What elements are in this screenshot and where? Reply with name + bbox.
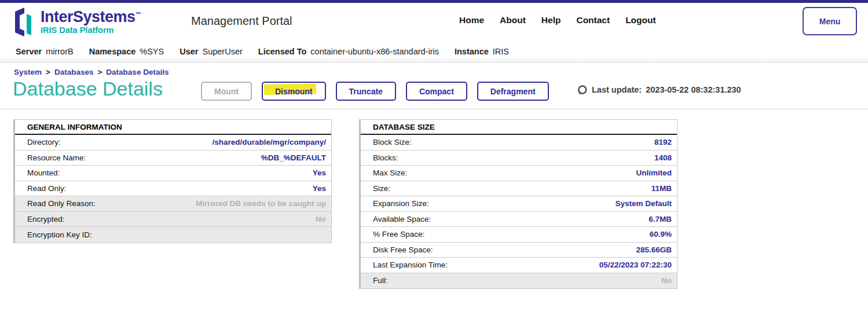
portal-title: Management Portal [191,14,292,28]
table-row: Resource Name: %DB_%DEFAULT [15,151,331,166]
info-server: ServermirrorB [16,47,74,56]
general-information-panel: GENERAL INFORMATION Directory: /shared/d… [13,119,332,243]
refresh-icon[interactable] [577,85,588,95]
table-row: Read Only Reason: Mirrored DB needs to b… [15,196,331,212]
table-row: Mounted: Yes [15,166,331,181]
info-namespace: Namespace%SYS [89,47,164,56]
logo-text: InterSystems™ IRIS Data Platform [41,6,141,35]
table-row: Encryption Key ID: [15,227,331,243]
breadcrumb-system[interactable]: System [14,68,42,76]
table-row: Block Size: 8192 [361,135,677,151]
table-row: Disk Free Space: 285.66GB [361,243,677,258]
table-row: Full: No [361,273,677,289]
action-buttons: Mount Dismount Truncate Compact Defragme… [201,82,549,101]
table-row: Available Space: 6.7MB [361,212,677,228]
table-row: Directory: /shared/durable/mgr/company/ [15,135,331,151]
page-title: Database Details [13,78,163,100]
last-update-value: 2023-05-22 08:32:31.230 [646,85,741,94]
nav-contact[interactable]: Contact [576,15,610,25]
last-update-label: Last update: [592,85,642,94]
intersystems-logo: InterSystems™ IRIS Data Platform [13,6,141,40]
title-ribbon: System>Databases>Database Details Databa… [0,63,868,109]
top-nav: Home About Help Contact Logout [459,15,656,25]
menu-button[interactable]: Menu [803,7,857,35]
info-user: UserSuperUser [180,47,243,56]
brand-subtitle: IRIS Data Platform [41,25,141,35]
brand-name: InterSystems™ [41,6,141,25]
nav-logout[interactable]: Logout [625,15,656,25]
table-row: Last Expansion Time: 05/22/2023 07:22:30 [361,258,677,273]
table-row: Size: 11MB [361,181,677,197]
defragment-button[interactable]: Defragment [477,82,549,101]
table-row: Blocks: 1408 [361,151,677,166]
database-size-panel: DATABASE SIZE Block Size: 8192 Blocks: 1… [359,119,677,289]
nav-help[interactable]: Help [541,15,561,25]
trademark-symbol: ™ [135,11,141,17]
compact-button[interactable]: Compact [406,82,467,101]
panel-title: DATABASE SIZE [361,120,677,135]
info-licensed-to: Licensed Tocontainer-ubuntu-x86-standard… [258,47,439,56]
breadcrumb-separator: > [97,68,102,76]
breadcrumb: System>Databases>Database Details [14,68,169,76]
breadcrumb-databases[interactable]: Databases [54,68,94,76]
breadcrumb-current: Database Details [106,68,169,76]
table-row: Max Size: Unlimited [361,166,677,181]
last-update: Last update: 2023-05-22 08:32:31.230 [577,85,741,95]
table-row: Expansion Size: System Default [361,196,677,212]
nav-about[interactable]: About [500,15,526,25]
nav-home[interactable]: Home [459,15,484,25]
table-row: Read Only: Yes [15,181,331,197]
instance-info-bar: ServermirrorB Namespace%SYS UserSuperUse… [0,41,868,63]
truncate-button[interactable]: Truncate [336,82,396,101]
breadcrumb-separator: > [46,68,50,76]
header: InterSystems™ IRIS Data Platform Managem… [0,3,868,41]
intersystems-logo-icon [13,6,35,40]
info-instance: InstanceIRIS [455,47,509,56]
mount-button: Mount [201,82,252,101]
panel-title: GENERAL INFORMATION [15,120,331,135]
table-row: % Free Space: 60.9% [361,227,677,243]
content: GENERAL INFORMATION Directory: /shared/d… [0,109,868,289]
table-row: Encrypted: No [15,212,331,228]
dismount-button[interactable]: Dismount [262,82,326,101]
